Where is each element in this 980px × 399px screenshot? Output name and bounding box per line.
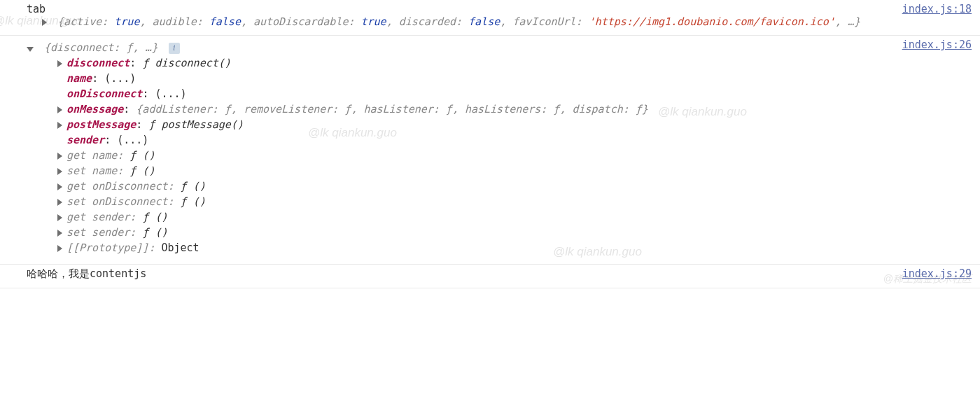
property-row: onMessage: {addListener: ƒ, removeListen… xyxy=(57,103,973,115)
source-link[interactable]: index.js:29 xyxy=(902,267,972,280)
property-row: get name: ƒ () xyxy=(57,149,973,162)
property-list: disconnect: ƒ disconnect()name: (...)onD… xyxy=(27,57,973,254)
property-key: postMessage xyxy=(66,118,136,131)
property-key: set onDisconnect xyxy=(66,195,168,208)
property-key: name xyxy=(66,72,92,85)
expand-icon[interactable] xyxy=(57,245,62,252)
property-row: get onDisconnect: ƒ () xyxy=(57,180,973,192)
property-value: (...) xyxy=(117,134,148,146)
property-row: sender: (...) xyxy=(57,134,973,146)
property-key: onDisconnect xyxy=(66,88,142,100)
property-key: get name xyxy=(66,149,117,162)
object-summary: {disconnect: ƒ, …} xyxy=(44,41,158,54)
collapse-icon[interactable] xyxy=(27,47,34,52)
property-key: set name xyxy=(66,164,117,177)
property-row: set onDisconnect: ƒ () xyxy=(57,195,973,208)
property-value: ƒ disconnect() xyxy=(142,57,230,69)
property-key: [[Prototype]] xyxy=(66,241,148,254)
property-row: name: (...) xyxy=(57,72,973,85)
property-value: ƒ () xyxy=(181,195,206,208)
expand-icon[interactable] xyxy=(57,199,62,206)
expand-icon[interactable] xyxy=(57,106,62,113)
expand-icon[interactable] xyxy=(57,183,62,190)
property-row: set name: ƒ () xyxy=(57,164,973,177)
property-key: get sender xyxy=(66,211,130,223)
source-link[interactable]: index.js:18 xyxy=(902,3,972,15)
property-row: set sender: ƒ () xyxy=(57,226,973,239)
property-value: ƒ () xyxy=(142,226,167,239)
property-value: {addListener: ƒ, removeListener: ƒ, hasL… xyxy=(136,103,648,115)
property-value: ƒ () xyxy=(130,164,155,177)
source-link[interactable]: index.js:26 xyxy=(902,38,972,51)
property-value: ƒ () xyxy=(130,149,155,162)
property-row: postMessage: ƒ postMessage() xyxy=(57,118,973,131)
info-icon[interactable]: i xyxy=(169,43,180,54)
property-value: (...) xyxy=(104,72,136,85)
expand-icon[interactable] xyxy=(57,60,62,67)
expand-icon[interactable] xyxy=(57,214,62,221)
property-row: [[Prototype]]: Object xyxy=(57,241,973,254)
log-text: 哈哈哈，我是contentjs xyxy=(27,267,146,280)
property-key: sender xyxy=(66,134,104,146)
property-row: get sender: ƒ () xyxy=(57,211,973,223)
object-preview: {active: true, audible: false, autoDisca… xyxy=(42,15,973,28)
property-value: Object xyxy=(161,241,199,254)
console-entry-text: index.js:29 哈哈哈，我是contentjs xyxy=(0,265,980,288)
property-value: ƒ () xyxy=(181,180,206,192)
property-value: ƒ postMessage() xyxy=(148,118,243,131)
property-row: onDisconnect: (...) xyxy=(57,88,973,100)
property-row: disconnect: ƒ disconnect() xyxy=(57,57,973,69)
property-key: onMessage xyxy=(66,103,123,115)
property-value: (...) xyxy=(155,88,186,100)
expand-icon[interactable] xyxy=(57,168,62,175)
property-key: get onDisconnect xyxy=(66,180,168,192)
expand-icon[interactable] xyxy=(42,19,47,26)
property-key: disconnect xyxy=(66,57,130,69)
console-entry-object: index.js:26 {disconnect: ƒ, …} i disconn… xyxy=(0,36,980,265)
object-header: {disconnect: ƒ, …} i xyxy=(27,41,973,54)
expand-icon[interactable] xyxy=(57,230,62,237)
expand-icon[interactable] xyxy=(57,153,62,160)
property-key: set sender xyxy=(66,226,130,239)
expand-icon[interactable] xyxy=(57,122,62,129)
console-entry-tab: index.js:18 tab {active: true, audible: … xyxy=(0,0,980,36)
property-value: ƒ () xyxy=(142,211,167,223)
log-text: tab xyxy=(27,3,46,15)
